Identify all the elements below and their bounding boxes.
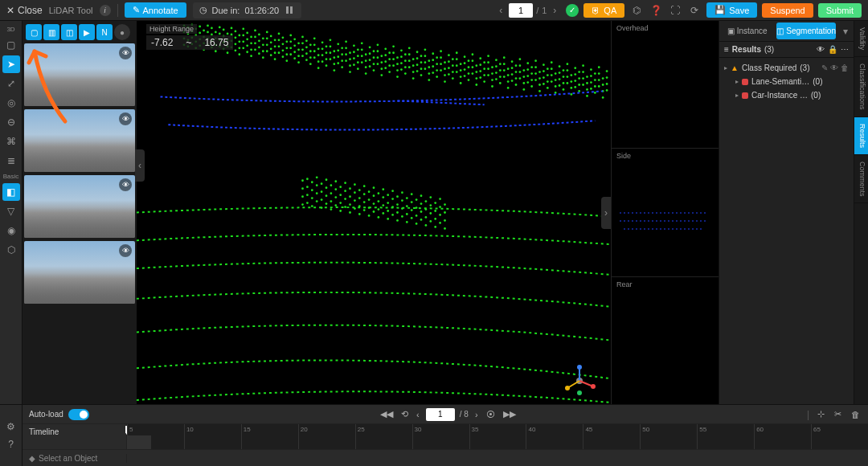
thumb-tool-3[interactable]: ◫ — [61, 24, 77, 40]
svg-point-110 — [311, 181, 313, 183]
help-icon[interactable]: ❓ — [649, 3, 663, 18]
refresh-icon[interactable]: ⟳ — [687, 3, 702, 18]
thumb-tool-2[interactable]: ▥ — [43, 24, 59, 40]
tree-label: Lane-Semanti… — [751, 77, 809, 86]
pause-icon[interactable] — [284, 5, 295, 16]
annotate-button[interactable]: ✎ Annotate — [125, 2, 186, 18]
lasso-tool[interactable]: ◉ — [2, 222, 20, 239]
svg-point-12 — [231, 27, 233, 30]
page-next-icon[interactable]: › — [550, 5, 559, 16]
filter-tool[interactable]: ▽ — [2, 202, 20, 220]
camera-thumb-2[interactable]: 👁 — [24, 109, 135, 172]
skip-back-icon[interactable]: ◀◀ — [379, 409, 395, 419]
close-button[interactable]: ✕ Close — [6, 5, 43, 16]
tree-item-car[interactable]: ▸ Car-Instance … (0) — [721, 88, 852, 102]
timeline-settings-icon[interactable]: ⚙ — [2, 418, 20, 435]
suspend-button[interactable]: Suspend — [762, 3, 813, 18]
edit-icon[interactable]: ✎ — [821, 63, 828, 72]
prev-frame-icon[interactable]: ‹ — [415, 410, 421, 419]
lock-icon[interactable]: 🔒 — [828, 45, 837, 54]
svg-point-50 — [380, 55, 383, 57]
overhead-view[interactable]: Overhead — [612, 21, 719, 149]
timeline-tick: 25 — [355, 424, 412, 449]
tab-instance[interactable]: ▣ Instance — [719, 21, 775, 41]
qa-button[interactable]: ⛨ QA — [583, 3, 624, 18]
polygon-tool[interactable]: ⬡ — [2, 241, 20, 259]
svg-point-17 — [250, 35, 252, 38]
circle-tool[interactable]: ⊖ — [2, 113, 20, 131]
cut-icon[interactable]: ✂ — [833, 409, 843, 419]
svg-point-20 — [262, 37, 264, 39]
vtab-classifications[interactable]: Classifications — [854, 57, 868, 117]
tab-segmentation[interactable]: ◫ Segmentation — [776, 22, 836, 39]
vtab-results[interactable]: Results — [854, 117, 868, 155]
next-frame-icon[interactable]: › — [473, 410, 480, 419]
svg-point-27 — [289, 34, 292, 36]
fullscreen-icon[interactable]: ⛶ — [668, 3, 682, 18]
select-object-label: Select an Object — [39, 454, 97, 463]
svg-point-61 — [424, 48, 427, 51]
bug-icon[interactable]: ⌬ — [629, 3, 644, 18]
tree-item-lane[interactable]: ▸ Lane-Semanti… (0) — [721, 75, 852, 88]
filter-icon[interactable]: ▾ — [837, 21, 854, 41]
target-tool[interactable]: ◎ — [2, 94, 20, 112]
skip-forward-icon[interactable]: ▶▶ — [502, 409, 518, 419]
eye-all-icon[interactable]: 👁 — [817, 45, 825, 54]
info-icon[interactable]: i — [100, 5, 111, 16]
svg-point-109 — [306, 178, 309, 180]
svg-point-70 — [460, 63, 462, 65]
eye-icon[interactable]: 👁 — [119, 244, 132, 257]
submit-button[interactable]: Submit — [818, 3, 862, 18]
delete-icon[interactable]: 🗑 — [850, 410, 862, 419]
collapse-thumbs-button[interactable]: ‹ — [135, 149, 145, 182]
camera-thumb-3[interactable]: 👁 — [24, 175, 135, 238]
svg-point-48 — [373, 50, 375, 52]
thumb-tool-5[interactable]: N — [96, 24, 113, 40]
svg-point-90 — [538, 71, 541, 73]
axis-gizmo-icon[interactable] — [561, 362, 598, 399]
thumb-record-icon[interactable]: ● — [114, 24, 130, 40]
rear-view[interactable]: Rear — [612, 277, 719, 404]
trash-icon[interactable]: 🗑 — [841, 63, 849, 72]
tree-item-class-required[interactable]: ▸ ▲ Class Required (3) ✎👁🗑 — [721, 61, 852, 75]
page-input[interactable] — [509, 3, 533, 18]
thumb-tool-1[interactable]: ▢ — [26, 24, 42, 40]
save-button[interactable]: 💾 Save — [706, 2, 757, 18]
due-timer: ◷ Due in: 01:26:20 — [193, 2, 302, 18]
eye-icon[interactable]: 👁 — [119, 112, 132, 125]
svg-point-123 — [373, 186, 375, 189]
expand-viewer-button[interactable]: › — [601, 197, 611, 229]
frame-input[interactable] — [426, 408, 455, 421]
thumb-tool-4[interactable]: ▶ — [79, 24, 95, 40]
svg-point-33 — [313, 37, 316, 39]
side-view[interactable]: Side — [612, 149, 719, 276]
step-forward-icon[interactable]: ⦿ — [485, 410, 497, 419]
brush-tool[interactable]: ◧ — [2, 183, 20, 201]
timeline-help-icon[interactable]: ? — [2, 435, 20, 453]
layers-tool[interactable]: ≣ — [2, 152, 20, 170]
link-tool[interactable]: ⌘ — [2, 133, 20, 150]
svg-point-14 — [238, 34, 240, 36]
resize-tool[interactable]: ⤢ — [2, 75, 20, 92]
autoload-toggle[interactable] — [68, 409, 89, 420]
eye-icon[interactable]: 👁 — [830, 63, 838, 72]
timeline-tick: 15 — [241, 424, 298, 449]
camera-thumb-1[interactable]: 👁 — [24, 43, 135, 106]
camera-thumb-4[interactable]: 👁 — [24, 241, 135, 304]
sliders-icon[interactable]: ⊹ — [816, 409, 826, 419]
eye-icon[interactable]: 👁 — [119, 178, 132, 191]
page-prev-icon[interactable]: ‹ — [496, 5, 506, 16]
more-icon[interactable]: ⋯ — [841, 45, 849, 54]
timeline-track[interactable]: 5101520253035404550556065 — [127, 424, 868, 449]
svg-point-29 — [297, 42, 300, 44]
page-total: 1 — [542, 6, 547, 15]
svg-point-63 — [432, 52, 434, 55]
vtab-validity[interactable]: Validity — [854, 21, 868, 57]
vtab-comments[interactable]: Comments — [854, 155, 868, 204]
cube-tool[interactable]: ▢ — [2, 36, 20, 54]
pointer-tool[interactable]: ➤ — [2, 55, 20, 73]
step-back-icon[interactable]: ⟲ — [399, 409, 410, 419]
svg-point-108 — [301, 179, 304, 182]
eye-icon[interactable]: 👁 — [119, 47, 132, 59]
lidar-3d-viewer[interactable]: Height Range -7.62 ~ 16.75 › — [137, 21, 611, 404]
